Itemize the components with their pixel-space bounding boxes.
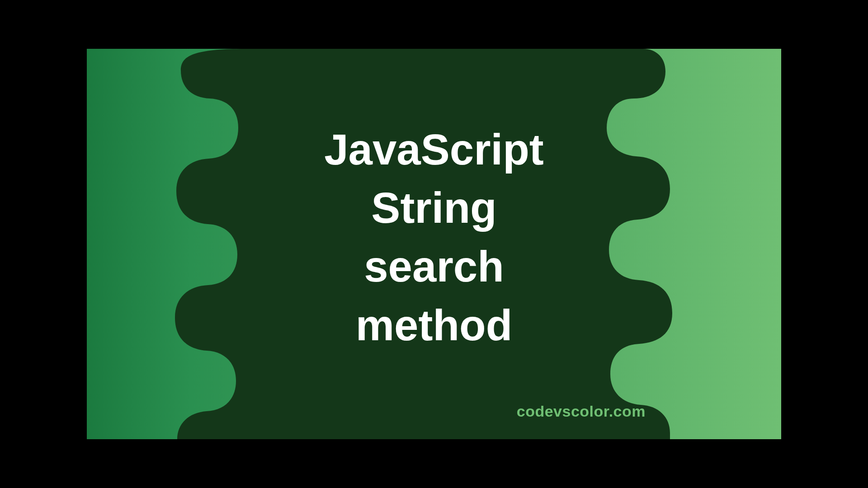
- content-area: JavaScript String search method codevsco…: [87, 49, 781, 439]
- brand-label: codevscolor.com: [517, 403, 646, 420]
- title-line-3: search: [324, 237, 544, 296]
- title-line-4: method: [324, 296, 544, 355]
- banner-card: JavaScript String search method codevsco…: [87, 49, 781, 439]
- title-line-2: String: [324, 178, 544, 237]
- banner-title: JavaScript String search method: [324, 120, 544, 354]
- title-line-1: JavaScript: [324, 120, 544, 179]
